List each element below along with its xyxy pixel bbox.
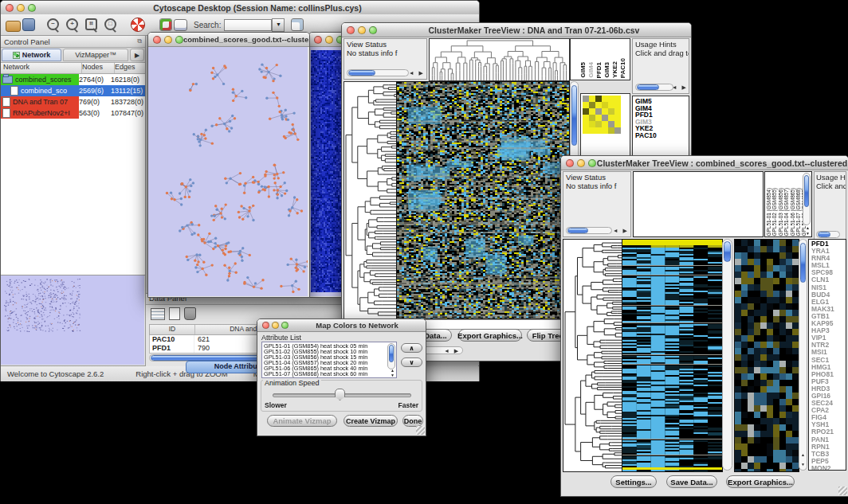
tab-overflow-button[interactable]: ▶ — [130, 49, 144, 61]
tv2-column-label[interactable]: GPL51-03 (GSM856) — [779, 188, 783, 236]
tv1-matrix-cell[interactable] — [595, 115, 602, 121]
tv1-gene-label[interactable]: PAC10 — [635, 132, 689, 139]
tv1-column-label[interactable]: GIM4 — [588, 62, 595, 78]
zoom-in-icon[interactable]: + — [64, 17, 81, 33]
minimize-button[interactable] — [17, 4, 25, 12]
help-lifesaver-icon[interactable] — [131, 18, 145, 32]
tv2-gene-dendrogram[interactable] — [563, 239, 623, 472]
tv1-matrix-cell[interactable] — [608, 102, 614, 108]
tv2-gene-label[interactable]: MON2 — [811, 465, 846, 471]
zoom-selected-icon[interactable]: □ — [102, 17, 120, 33]
network-table-row[interactable]: combined_scores2764(0)16218(0) — [1, 74, 145, 85]
minimize-button[interactable] — [358, 26, 366, 34]
resize-grip[interactable] — [838, 486, 847, 495]
tab-network[interactable]: Network — [2, 49, 61, 61]
tv1-matrix-cell[interactable] — [614, 96, 621, 102]
attribute-select-icon[interactable] — [151, 308, 165, 320]
tv1-matrix-cell[interactable] — [595, 127, 602, 134]
tv1-column-label[interactable]: YKE2 — [612, 61, 618, 78]
tv1-matrix-cell[interactable] — [583, 108, 589, 115]
float-panel-icon[interactable]: ⧉ — [137, 37, 142, 45]
tv1-matrix-cell[interactable] — [595, 108, 602, 115]
tv1-matrix-cell[interactable] — [608, 121, 614, 127]
tv1-matrix-cell[interactable] — [595, 102, 602, 108]
tv1-matrix-cell[interactable] — [589, 108, 595, 115]
col-header-nodes[interactable]: Nodes — [82, 63, 115, 73]
tv1-column-label[interactable]: GIM3 — [604, 62, 610, 78]
network-table-row[interactable]: combined_sco2569(6)13112(15) — [1, 85, 145, 96]
annotation-icon[interactable] — [174, 19, 187, 31]
slider-thumb[interactable] — [335, 389, 345, 400]
zoom-button[interactable] — [588, 159, 596, 167]
tv2-heatmap-vscrollbar[interactable] — [722, 239, 732, 471]
tv2-status-hscrollbar[interactable] — [566, 227, 612, 234]
tv1-array-dendrogram[interactable] — [429, 38, 570, 81]
tv2-zoom-heatmap[interactable] — [734, 239, 799, 472]
treeview2-titlebar[interactable]: ClusterMaker TreeView : combined_scores_… — [561, 156, 848, 170]
dialog-titlebar[interactable]: Map Colors to Network — [257, 319, 426, 332]
tv2-column-label[interactable]: GPL51-04 (GSM857) — [784, 188, 789, 236]
close-button[interactable] — [6, 4, 14, 12]
save-data-button[interactable]: Save Data... — [666, 475, 717, 488]
tv1-global-heatmap[interactable] — [396, 81, 570, 319]
tv1-matrix-cell[interactable] — [589, 102, 595, 108]
minimize-button[interactable] — [164, 36, 172, 44]
tv2-hints-hscrollbar[interactable] — [816, 231, 840, 238]
tv1-matrix-cell[interactable] — [583, 115, 589, 121]
minimize-button[interactable] — [577, 159, 585, 167]
tv1-matrix-cell[interactable] — [608, 108, 614, 115]
delete-attribute-icon[interactable] — [184, 307, 196, 320]
move-down-button[interactable]: ∨ — [401, 357, 422, 367]
tv1-matrix-cell[interactable] — [608, 96, 614, 102]
tv1-matrix-cell[interactable] — [614, 121, 621, 127]
data-col-id[interactable]: ID — [150, 325, 195, 334]
tv1-status-hscrollbar[interactable] — [347, 69, 409, 76]
tv1-matrix-cell[interactable] — [595, 121, 602, 127]
tv1-matrix-cell[interactable] — [589, 121, 595, 127]
network-overview-thumbnail[interactable] — [1, 275, 144, 365]
plugin-icon[interactable] — [159, 18, 172, 31]
tv1-matrix-cell[interactable] — [602, 127, 608, 134]
tv1-matrix-cell[interactable] — [595, 96, 602, 102]
tv2-zoom-vscrollbar[interactable]: ▲ ▼ — [799, 239, 807, 471]
move-up-button[interactable]: ∧ — [401, 343, 422, 353]
tv1-matrix-cell[interactable] — [589, 115, 595, 121]
tv2-column-label[interactable]: GPL51-06 (GSM865) — [791, 188, 795, 236]
tv1-column-label[interactable]: PFD1 — [596, 62, 603, 78]
tv1-matrix-cell[interactable] — [589, 127, 595, 134]
attribute-list-item[interactable]: GPL51-07 (GSM868) heat shock 60 min — [264, 371, 395, 377]
network-table-row[interactable]: DNA and Tran 07769(0)183728(0) — [1, 96, 145, 107]
export-graphics-button[interactable]: Export Graphics... — [458, 329, 522, 342]
zoom-button[interactable] — [281, 322, 289, 329]
tv2-labels-vscrollbar[interactable] — [803, 173, 811, 225]
done-button[interactable]: Done — [402, 415, 423, 427]
network-report-icon[interactable] — [291, 18, 304, 31]
close-button[interactable] — [262, 322, 269, 329]
tv1-matrix-cell[interactable] — [608, 115, 614, 121]
zoom-out-icon[interactable]: − — [45, 17, 62, 33]
tv1-gene-dendrogram[interactable] — [344, 81, 398, 319]
tv1-matrix-cell[interactable] — [614, 108, 621, 115]
tv1-matrix-cell[interactable] — [602, 96, 608, 102]
tv1-matrix-cell[interactable] — [583, 96, 589, 102]
tv1-matrix-cell[interactable] — [602, 115, 608, 121]
minimize-button[interactable] — [272, 322, 279, 329]
network-canvas[interactable] — [148, 47, 308, 296]
tv1-zoom-heatmap[interactable] — [583, 96, 621, 134]
network-view-titlebar[interactable]: combined_scores_good.txt--cluste... — [148, 33, 309, 47]
treeview1-titlebar[interactable]: ClusterMaker TreeView : DNA and Tran 07-… — [342, 23, 691, 37]
tv1-matrix-cell[interactable] — [614, 115, 621, 121]
tv2-column-label[interactable]: GPL51-02 (GSM855) — [772, 188, 777, 236]
open-session-icon[interactable] — [6, 21, 21, 32]
tv1-column-label[interactable]: GIM5 — [580, 62, 587, 78]
save-session-icon[interactable] — [22, 18, 35, 31]
close-button[interactable] — [314, 36, 322, 44]
tv1-hints-hscrollbar[interactable] — [635, 84, 673, 91]
col-header-edges[interactable]: Edges — [115, 63, 145, 73]
tv1-matrix-cell[interactable] — [583, 121, 589, 127]
resize-grip[interactable] — [416, 426, 425, 435]
tv1-matrix-cell[interactable] — [614, 127, 621, 134]
tab-vizmapper[interactable]: VizMapper™ — [63, 49, 128, 61]
col-header-network[interactable]: Network — [1, 63, 82, 73]
tv1-matrix-cell[interactable] — [589, 96, 595, 102]
